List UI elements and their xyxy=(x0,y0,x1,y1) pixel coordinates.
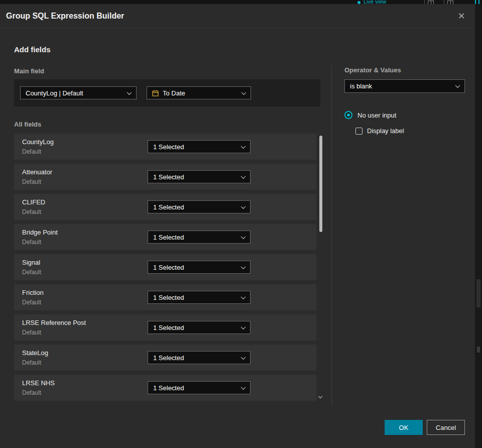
row-select-label: 1 Selected xyxy=(153,294,184,301)
cancel-button[interactable]: Cancel xyxy=(427,420,465,435)
field-name: LRSE Reference Post xyxy=(22,319,86,326)
page-scrollbar-thumb[interactable] xyxy=(476,279,480,307)
field-sub: Default xyxy=(22,148,41,155)
field-sub: Default xyxy=(22,178,41,185)
row-select-label: 1 Selected xyxy=(153,354,184,362)
chevron-down-icon xyxy=(241,264,246,269)
chevron-down-icon xyxy=(455,83,460,88)
toolbar-divider xyxy=(424,0,425,4)
ok-button[interactable]: OK xyxy=(385,420,423,435)
main-field-select-value: CountyLog | Default xyxy=(26,89,83,97)
checkbox-label: Display label xyxy=(367,127,404,135)
field-name: CountyLog xyxy=(22,138,54,146)
field-row: CLIFED Default 1 Selected xyxy=(14,194,316,220)
toolbar-divider xyxy=(444,0,444,4)
field-sub: Default xyxy=(22,299,41,306)
field-sub: Default xyxy=(22,269,41,276)
row-select-label: 1 Selected xyxy=(153,143,184,151)
field-name: Attenuator xyxy=(22,168,52,176)
field-values-select[interactable]: 1 Selected xyxy=(148,170,251,183)
add-fields-heading: Add fields xyxy=(14,45,51,54)
date-field-select-value: To Date xyxy=(163,89,185,97)
main-field-box: CountyLog | Default To Date xyxy=(14,79,320,106)
chevron-down-icon xyxy=(241,174,246,179)
field-row: Attenuator Default 1 Selected xyxy=(14,164,316,190)
list-scrollbar[interactable] xyxy=(319,135,322,401)
layout-columns-icon xyxy=(428,1,434,4)
field-sub: Default xyxy=(22,359,41,366)
date-field-select[interactable]: To Date xyxy=(147,86,251,99)
checkbox-unchecked-icon xyxy=(355,128,363,135)
field-name: Signal xyxy=(22,259,40,266)
app-right-strip xyxy=(475,4,482,448)
field-row: CountyLog Default 1 Selected xyxy=(14,134,316,160)
field-name: Bridge Point xyxy=(22,229,58,236)
column-divider xyxy=(331,65,332,405)
main-field-select[interactable]: CountyLog | Default xyxy=(20,86,137,99)
toolbar-accent-icon xyxy=(475,0,476,4)
main-field-label: Main field xyxy=(14,67,44,75)
operator-select-value: is blank xyxy=(350,82,372,90)
row-select-label: 1 Selected xyxy=(153,234,184,241)
field-values-select[interactable]: 1 Selected xyxy=(148,231,251,244)
display-label-checkbox[interactable]: Display label xyxy=(355,127,404,135)
dialog-header: Group SQL Expression Builder ✕ xyxy=(0,4,475,28)
row-select-label: 1 Selected xyxy=(153,264,184,271)
scrollbar-thumb[interactable] xyxy=(319,136,322,232)
operator-select[interactable]: is blank xyxy=(344,79,465,93)
field-sub: Default xyxy=(22,389,41,396)
all-fields-list: CountyLog Default 1 Selected Attenuator … xyxy=(14,134,316,405)
field-row: LRSE NHS Default 1 Selected xyxy=(14,375,316,401)
field-sub: Default xyxy=(22,208,41,215)
toolbar-accent-icon xyxy=(478,0,479,4)
chevron-down-icon xyxy=(241,385,246,390)
sql-expression-builder-dialog: Group SQL Expression Builder ✕ Add field… xyxy=(0,4,475,448)
scroll-down-icon[interactable] xyxy=(318,395,322,399)
row-select-label: 1 Selected xyxy=(153,384,184,392)
field-values-select[interactable]: 1 Selected xyxy=(148,291,251,304)
app-top-strip: Live view xyxy=(0,0,482,4)
field-sub: Default xyxy=(22,329,41,336)
field-values-select[interactable]: 1 Selected xyxy=(148,351,251,364)
chevron-down-icon xyxy=(241,204,246,209)
operator-values-label: Operator & Values xyxy=(344,66,401,74)
field-name: Friction xyxy=(22,289,44,296)
field-row: StateLog Default 1 Selected xyxy=(14,345,316,371)
row-select-label: 1 Selected xyxy=(153,324,184,331)
calendar-icon xyxy=(152,90,159,96)
chevron-down-icon xyxy=(241,355,246,360)
page-scroll-mark xyxy=(477,347,480,353)
field-name: LRSE NHS xyxy=(22,379,55,387)
field-name: CLIFED xyxy=(22,198,45,206)
no-user-input-radio[interactable]: No user input xyxy=(344,111,396,119)
field-name: StateLog xyxy=(22,349,48,357)
dialog-title: Group SQL Expression Builder xyxy=(6,4,124,28)
chevron-down-icon xyxy=(127,90,132,95)
row-select-label: 1 Selected xyxy=(153,173,184,181)
field-row: Friction Default 1 Selected xyxy=(14,284,316,310)
field-row: Bridge Point Default 1 Selected xyxy=(14,224,316,250)
field-values-select[interactable]: 1 Selected xyxy=(148,200,251,213)
field-sub: Default xyxy=(22,239,41,246)
layout-columns-icon xyxy=(447,1,453,4)
chevron-down-icon xyxy=(241,294,246,299)
field-values-select[interactable]: 1 Selected xyxy=(148,321,251,334)
chevron-down-icon xyxy=(241,324,246,329)
chevron-down-icon xyxy=(241,234,246,239)
chevron-down-icon xyxy=(242,90,247,95)
close-icon[interactable]: ✕ xyxy=(455,4,468,28)
field-row: Signal Default 1 Selected xyxy=(14,254,316,280)
radio-label: No user input xyxy=(357,111,396,119)
chevron-down-icon xyxy=(241,144,246,149)
field-values-select[interactable]: 1 Selected xyxy=(148,261,251,274)
all-fields-label: All fields xyxy=(14,121,41,128)
field-values-select[interactable]: 1 Selected xyxy=(148,140,251,153)
row-select-label: 1 Selected xyxy=(153,203,184,211)
live-view-label: Live view xyxy=(364,0,386,4)
field-row: LRSE Reference Post Default 1 Selected xyxy=(14,314,316,341)
field-values-select[interactable]: 1 Selected xyxy=(148,381,251,394)
radio-selected-icon xyxy=(344,111,352,119)
